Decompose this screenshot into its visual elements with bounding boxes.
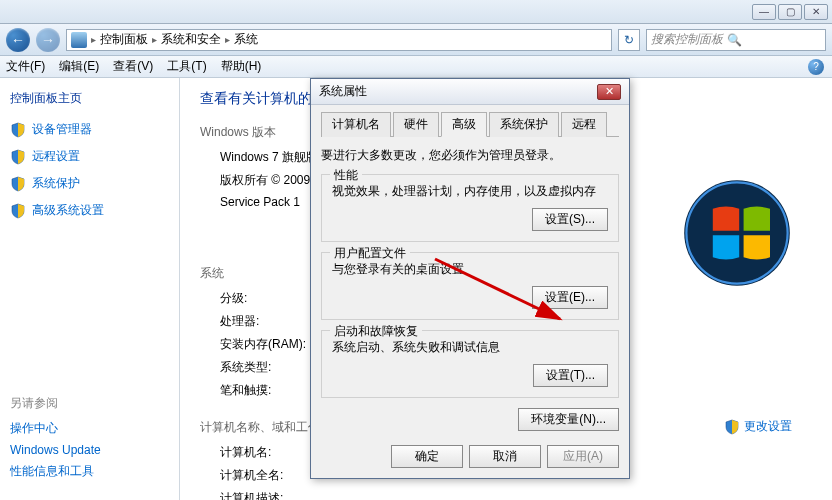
search-input[interactable]: 搜索控制面板 🔍	[646, 29, 826, 51]
menu-file[interactable]: 文件(F)	[6, 58, 45, 75]
dialog-title: 系统属性	[319, 83, 367, 100]
profiles-settings-button[interactable]: 设置(E)...	[532, 286, 608, 309]
menu-tools[interactable]: 工具(T)	[167, 58, 206, 75]
svg-point-0	[684, 180, 790, 286]
sidebar-item-device-manager[interactable]: 设备管理器	[10, 121, 169, 138]
shield-icon	[724, 419, 740, 435]
sidebar-item-label: 高级系统设置	[32, 202, 104, 219]
help-icon[interactable]: ?	[808, 59, 824, 75]
maximize-button[interactable]: ▢	[778, 4, 802, 20]
dialog-footer: 确定 取消 应用(A)	[321, 439, 619, 468]
groupbox-performance: 性能 视觉效果，处理器计划，内存使用，以及虚拟内存 设置(S)...	[321, 174, 619, 242]
search-placeholder: 搜索控制面板	[651, 31, 723, 48]
breadcrumb-item[interactable]: 系统	[234, 31, 258, 48]
sidebar-item-advanced[interactable]: 高级系统设置	[10, 202, 169, 219]
windows-logo-icon	[682, 178, 792, 288]
dialog-close-button[interactable]: ✕	[597, 84, 621, 100]
navigation-bar: ← → ▸ 控制面板 ▸ 系统和安全 ▸ 系统 ↻ 搜索控制面板 🔍	[0, 24, 832, 56]
groupbox-title: 用户配置文件	[330, 245, 410, 262]
groupbox-text: 系统启动、系统失败和调试信息	[332, 339, 608, 356]
tab-advanced[interactable]: 高级	[441, 112, 487, 137]
menu-edit[interactable]: 编辑(E)	[59, 58, 99, 75]
dialog-tabs: 计算机名 硬件 高级 系统保护 远程	[321, 111, 619, 137]
change-settings-link[interactable]: 更改设置	[724, 418, 792, 435]
search-icon: 🔍	[727, 33, 742, 47]
groupbox-text: 视觉效果，处理器计划，内存使用，以及虚拟内存	[332, 183, 608, 200]
tab-hardware[interactable]: 硬件	[393, 112, 439, 137]
environment-variables-button[interactable]: 环境变量(N)...	[518, 408, 619, 431]
change-settings-label: 更改设置	[744, 418, 792, 435]
system-properties-dialog: 系统属性 ✕ 计算机名 硬件 高级 系统保护 远程 要进行大多数更改，您必须作为…	[310, 78, 630, 479]
see-also-link[interactable]: 性能信息和工具	[10, 463, 170, 480]
tab-protection[interactable]: 系统保护	[489, 112, 559, 137]
performance-settings-button[interactable]: 设置(S)...	[532, 208, 608, 231]
sidebar-item-remote[interactable]: 远程设置	[10, 148, 169, 165]
shield-icon	[10, 149, 26, 165]
groupbox-title: 启动和故障恢复	[330, 323, 422, 340]
admin-note: 要进行大多数更改，您必须作为管理员登录。	[321, 147, 619, 164]
startup-settings-button[interactable]: 设置(T)...	[533, 364, 608, 387]
dialog-body: 计算机名 硬件 高级 系统保护 远程 要进行大多数更改，您必须作为管理员登录。 …	[311, 105, 629, 478]
cancel-button[interactable]: 取消	[469, 445, 541, 468]
window-titlebar: — ▢ ✕	[0, 0, 832, 24]
info-label: 计算机描述:	[220, 490, 370, 500]
groupbox-text: 与您登录有关的桌面设置	[332, 261, 608, 278]
sidebar-item-label: 远程设置	[32, 148, 80, 165]
dialog-titlebar: 系统属性 ✕	[311, 79, 629, 105]
breadcrumb-item[interactable]: 控制面板	[100, 31, 148, 48]
shield-icon	[10, 122, 26, 138]
apply-button[interactable]: 应用(A)	[547, 445, 619, 468]
back-button[interactable]: ←	[6, 28, 30, 52]
see-also-link[interactable]: Windows Update	[10, 443, 170, 457]
tab-computer-name[interactable]: 计算机名	[321, 112, 391, 137]
shield-icon	[10, 176, 26, 192]
menu-view[interactable]: 查看(V)	[113, 58, 153, 75]
forward-button[interactable]: →	[36, 28, 60, 52]
computer-icon	[71, 32, 87, 48]
sidebar-item-label: 设备管理器	[32, 121, 92, 138]
see-also: 另请参阅 操作中心 Windows Update 性能信息和工具	[10, 395, 170, 486]
shield-icon	[10, 203, 26, 219]
groupbox-user-profiles: 用户配置文件 与您登录有关的桌面设置 设置(E)...	[321, 252, 619, 320]
groupbox-title: 性能	[330, 167, 362, 184]
breadcrumb[interactable]: ▸ 控制面板 ▸ 系统和安全 ▸ 系统	[66, 29, 612, 51]
sidebar-item-label: 系统保护	[32, 175, 80, 192]
groupbox-startup-recovery: 启动和故障恢复 系统启动、系统失败和调试信息 设置(T)...	[321, 330, 619, 398]
breadcrumb-item[interactable]: 系统和安全	[161, 31, 221, 48]
menu-bar: 文件(F) 编辑(E) 查看(V) 工具(T) 帮助(H) ?	[0, 56, 832, 78]
tab-remote[interactable]: 远程	[561, 112, 607, 137]
refresh-button[interactable]: ↻	[618, 29, 640, 51]
sidebar: 控制面板主页 设备管理器 远程设置 系统保护 高级系统设置 另请参阅 操作中心 …	[0, 78, 180, 500]
chevron-right-icon: ▸	[225, 34, 230, 45]
minimize-button[interactable]: —	[752, 4, 776, 20]
see-also-title: 另请参阅	[10, 395, 170, 412]
sidebar-item-protection[interactable]: 系统保护	[10, 175, 169, 192]
menu-help[interactable]: 帮助(H)	[221, 58, 262, 75]
chevron-right-icon: ▸	[152, 34, 157, 45]
ok-button[interactable]: 确定	[391, 445, 463, 468]
window-close-button[interactable]: ✕	[804, 4, 828, 20]
chevron-right-icon: ▸	[91, 34, 96, 45]
see-also-link[interactable]: 操作中心	[10, 420, 170, 437]
sidebar-title: 控制面板主页	[10, 90, 169, 107]
